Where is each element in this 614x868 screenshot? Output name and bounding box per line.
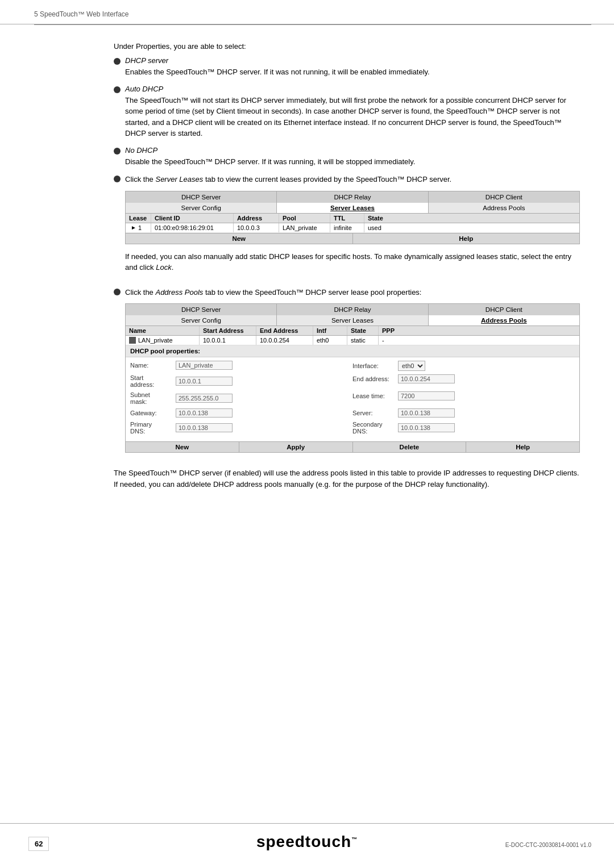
server-leases-link: Server Leases — [155, 175, 203, 183]
subnet-mask-input[interactable] — [176, 394, 233, 403]
properties-list: DHCP server Enables the SpeedTouch™ DHCP… — [114, 56, 580, 460]
server-label: Server: — [352, 410, 398, 416]
end-address-label: End address: — [352, 375, 398, 382]
prop-row-subnet-lease: Subnetmask: Lease time: — [130, 391, 575, 405]
prop-row-start-end: Startaddress: End address: — [130, 374, 575, 388]
gateway-input[interactable] — [176, 408, 233, 418]
auto-dhcp-title: Auto DHCP — [125, 85, 580, 93]
subtab1-server-config[interactable]: Server Config — [126, 203, 277, 213]
table2-delete-button[interactable]: Delete — [353, 442, 467, 452]
list-item-address-pools: Click the Address Pools tab to view the … — [114, 287, 580, 460]
table2-col-headers: Name Start Address End Address Intf — [126, 326, 579, 336]
logo-prefix: speed — [256, 833, 305, 850]
no-dhcp-desc: Disable the SpeedTouch™ DHCP server. If … — [125, 156, 580, 168]
list-item-auto-dhcp: Auto DHCP The SpeedTouch™ will not start… — [114, 85, 580, 139]
table1-row-0[interactable]: ► 1 01:00:e0:98:16:29:01 10.0.0.3 LAN_pr… — [126, 223, 579, 233]
table1-tabs-row: DHCP Server DHCP Relay DHCP Client — [126, 191, 579, 203]
subnet-mask-label: Subnetmask: — [130, 391, 176, 405]
col-header-ttl: TTL — [330, 214, 364, 223]
server-leases-text: Click the Server Leases tab to view the … — [125, 174, 580, 185]
table2-apply-button[interactable]: Apply — [239, 442, 353, 452]
doc-ref: E-DOC-CTC-20030814-0001 v1.0 — [505, 842, 591, 848]
col-header-clientid: Client ID — [151, 214, 234, 223]
closing-text: The SpeedTouch™ DHCP server (if enabled)… — [114, 468, 580, 490]
start-address-input[interactable] — [176, 377, 233, 386]
pool-row0-ppp: - — [379, 336, 401, 345]
end-address-input[interactable] — [398, 374, 455, 383]
pool-col-header-state: State — [347, 326, 379, 335]
subtab2-server-config[interactable]: Server Config — [126, 315, 277, 326]
table1-new-button[interactable]: New — [126, 233, 353, 244]
pool-col-header-ppp: PPP — [379, 326, 401, 335]
tab2-dhcp-server[interactable]: DHCP Server — [126, 304, 277, 315]
tab2-dhcp-client[interactable]: DHCP Client — [429, 304, 579, 315]
list-item-server-leases: Click the Server Leases tab to view the … — [114, 174, 580, 280]
tab1-dhcp-relay[interactable]: DHCP Relay — [277, 191, 428, 203]
server-input[interactable] — [398, 408, 455, 418]
pool-row0-end: 10.0.0.254 — [256, 336, 313, 345]
subtab1-address-pools[interactable]: Address Pools — [429, 203, 579, 213]
row0-state: used — [364, 223, 396, 232]
pool-row0-start: 10.0.0.1 — [200, 336, 256, 345]
pool-row0-name: LAN_private — [126, 336, 200, 345]
name-input[interactable] — [176, 361, 233, 370]
bullet-address-pools — [114, 289, 121, 295]
server-leases-after: tab to view the current leases provided … — [203, 175, 451, 183]
row0-ttl: infinite — [330, 223, 364, 232]
intro-text: Under Properties, you are able to select… — [114, 42, 580, 51]
server-leases-table: DHCP Server DHCP Relay DHCP Client — [125, 191, 580, 244]
table2-new-button[interactable]: New — [126, 442, 239, 452]
table2-help-button[interactable]: Help — [466, 442, 579, 452]
primary-dns-input[interactable] — [176, 423, 233, 432]
table2-row-0[interactable]: LAN_private 10.0.0.1 10.0.0.254 eth0 sta… — [126, 336, 579, 345]
bullet-no-dhcp — [114, 148, 121, 155]
lock-link: Lock — [156, 263, 171, 272]
secondary-dns-input[interactable] — [398, 423, 455, 432]
primary-dns-label: PrimaryDNS: — [130, 421, 176, 435]
subtab2-address-pools[interactable]: Address Pools — [429, 315, 579, 326]
lease-time-input[interactable] — [398, 391, 455, 400]
pool-properties: Name: Interface: eth0 — [126, 357, 579, 441]
between-text1: If needed, you can also manually add sta… — [125, 251, 580, 273]
row0-lease: ► 1 — [126, 223, 151, 232]
table1-help-button[interactable]: Help — [353, 233, 580, 244]
table2-tabs-row: DHCP Server DHCP Relay DHCP Client — [126, 304, 579, 315]
row0-pool: LAN_private — [279, 223, 330, 232]
page-header: 5 SpeedTouch™ Web Interface — [0, 0, 614, 24]
pool-row0-state: static — [347, 336, 379, 345]
table2-footer: New Apply Delete Help — [126, 441, 579, 452]
bullet-auto-dhcp — [114, 86, 121, 93]
main-content: Under Properties, you are able to select… — [0, 25, 614, 558]
gateway-label: Gateway: — [130, 410, 176, 416]
col-header-lease: Lease — [126, 214, 151, 223]
interface-select[interactable]: eth0 — [398, 361, 425, 371]
secondary-dns-label: Secondary DNS: — [352, 421, 398, 435]
subtab1-address-pools-label: Address Pools — [483, 205, 525, 211]
row0-arrow: ► — [129, 224, 138, 231]
subtab1-server-config-label: Server Config — [181, 205, 221, 211]
pool-col-header-intf: Intf — [313, 326, 347, 335]
tab1-dhcp-server-label: DHCP Server — [181, 194, 221, 201]
tab2-dhcp-relay[interactable]: DHCP Relay — [277, 304, 428, 315]
subtab2-server-leases[interactable]: Server Leases — [277, 315, 428, 326]
dhcp-server-desc: Enables the SpeedTouch™ DHCP server. If … — [125, 66, 580, 78]
col-header-pool: Pool — [279, 214, 330, 223]
address-pools-text: Click the Address Pools tab to view the … — [125, 287, 580, 298]
pool-col-header-end: End Address — [256, 326, 313, 335]
pool-color-indicator — [129, 337, 136, 344]
table1-subtabs-row: Server Config Server Leases Address Pool… — [126, 203, 579, 214]
subtab1-server-leases[interactable]: Server Leases — [277, 203, 428, 213]
pool-row0-intf: eth0 — [313, 336, 347, 345]
bullet-server-leases — [114, 176, 121, 182]
prop-row-dns: PrimaryDNS: Secondary DNS: — [130, 421, 575, 435]
address-pools-table: DHCP Server DHCP Relay DHCP Client — [125, 303, 580, 453]
table1-footer: New Help — [126, 233, 579, 244]
page-number: 62 — [28, 837, 49, 851]
auto-dhcp-desc: The SpeedTouch™ will not start its DHCP … — [125, 95, 580, 139]
list-item-dhcp-server: DHCP server Enables the SpeedTouch™ DHCP… — [114, 56, 580, 78]
tab1-dhcp-server[interactable]: DHCP Server — [126, 191, 277, 203]
tab1-dhcp-client[interactable]: DHCP Client — [429, 191, 579, 203]
server-leases-before: Click the — [125, 175, 155, 183]
table1-col-headers: Lease Client ID Address Pool — [126, 214, 579, 223]
bullet-dhcp-server — [114, 58, 121, 65]
